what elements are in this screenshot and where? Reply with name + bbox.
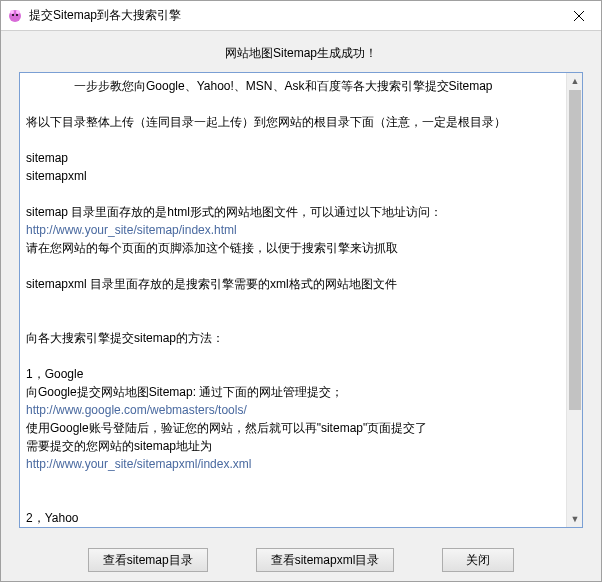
dir-sitemapxml: sitemapxml	[26, 167, 560, 185]
google-webmasters-link[interactable]: http://www.google.com/webmasters/tools/	[26, 403, 247, 417]
google-line1: 向Google提交网站地图Sitemap: 通过下面的网址管理提交；	[26, 383, 560, 401]
svg-point-4	[16, 14, 18, 16]
sitemapxml-note: sitemapxml 目录里面存放的是搜索引擎需要的xml格式的网站地图文件	[26, 275, 560, 293]
footer-link-note: 请在您网站的每个页面的页脚添加这个链接，以便于搜索引擎来访抓取	[26, 239, 560, 257]
close-dialog-button[interactable]: 关闭	[442, 548, 514, 572]
button-row: 查看sitemap目录 查看sitemapxml目录 关闭	[1, 528, 601, 582]
dialog-body: 网站地图Sitemap生成成功！ 一步步教您向Google、Yahoo!、MSN…	[1, 31, 601, 582]
scroll-down-arrow-icon[interactable]: ▼	[567, 511, 583, 527]
google-num: 1，Google	[26, 365, 560, 383]
scroll-up-arrow-icon[interactable]: ▲	[567, 73, 583, 89]
scroll-thumb[interactable]	[569, 90, 581, 410]
google-line2: 使用Google账号登陆后，验证您的网站，然后就可以再"sitemap"页面提交…	[26, 419, 560, 437]
dialog-window: 提交Sitemap到各大搜索引擎 网站地图Sitemap生成成功！ 一步步教您向…	[0, 0, 602, 582]
submit-heading: 向各大搜索引擎提交sitemap的方法：	[26, 329, 560, 347]
view-sitemap-button[interactable]: 查看sitemap目录	[88, 548, 208, 572]
svg-point-3	[12, 14, 14, 16]
success-message: 网站地图Sitemap生成成功！	[1, 31, 601, 72]
window-title: 提交Sitemap到各大搜索引擎	[29, 7, 556, 24]
svg-point-2	[16, 10, 20, 14]
yahoo-num: 2，Yahoo	[26, 509, 560, 527]
google-line3: 需要提交的您网站的sitemap地址为	[26, 437, 560, 455]
sitemap-dir-note: sitemap 目录里面存放的是html形式的网站地图文件，可以通过以下地址访问…	[26, 203, 560, 221]
instructions-text: 一步步教您向Google、Yahoo!、MSN、Ask和百度等各大搜索引擎提交S…	[20, 73, 566, 527]
titlebar: 提交Sitemap到各大搜索引擎	[1, 1, 601, 31]
dir-sitemap: sitemap	[26, 149, 560, 167]
svg-point-1	[10, 10, 14, 14]
intro-line: 一步步教您向Google、Yahoo!、MSN、Ask和百度等各大搜索引擎提交S…	[26, 77, 560, 95]
close-button[interactable]	[556, 1, 601, 30]
close-icon	[574, 11, 584, 21]
view-sitemapxml-button[interactable]: 查看sitemapxml目录	[256, 548, 395, 572]
upload-note: 将以下目录整体上传（连同目录一起上传）到您网站的根目录下面（注意，一定是根目录）	[26, 113, 560, 131]
google-sitemap-link[interactable]: http://www.your_site/sitemapxml/index.xm…	[26, 457, 251, 471]
app-icon	[7, 8, 23, 24]
vertical-scrollbar[interactable]: ▲ ▼	[566, 73, 582, 527]
sitemap-index-link[interactable]: http://www.your_site/sitemap/index.html	[26, 223, 237, 237]
instructions-panel: 一步步教您向Google、Yahoo!、MSN、Ask和百度等各大搜索引擎提交S…	[19, 72, 583, 528]
